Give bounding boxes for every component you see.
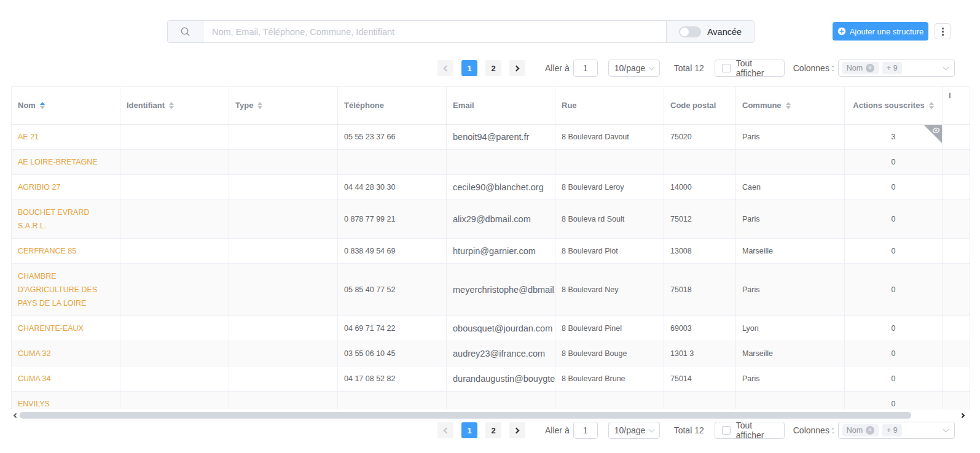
goto-page-input[interactable] (573, 422, 598, 439)
structure-name-link[interactable]: CERFRANCE 85 (18, 244, 76, 258)
cell-email: audrey23@ifrance.com (447, 341, 555, 366)
search-button[interactable] (168, 21, 203, 42)
structure-name-link[interactable]: AE 21 (18, 130, 39, 144)
structures-page: Avancée Ajouter une structure 1 2 Aller … (0, 0, 980, 453)
cell-commune: Lyon (736, 316, 845, 341)
tag-close-icon[interactable]: × (866, 426, 874, 435)
cell-partial (943, 175, 970, 199)
sort-carets[interactable] (40, 102, 45, 109)
cell-commune: Marseille (736, 341, 845, 366)
goto-label: Aller à (545, 63, 570, 73)
column-header-type[interactable]: Type (229, 87, 338, 124)
page-size-select[interactable]: 10/page (608, 60, 660, 77)
scroll-right-arrow[interactable] (960, 411, 968, 419)
cell-email: obousquet@jourdan.com (447, 316, 555, 341)
prev-page-button[interactable] (437, 422, 453, 438)
cell-type (229, 316, 338, 341)
cell-name: AE LOIRE-BRETAGNE (12, 150, 120, 174)
column-header-identifiant[interactable]: Identifiant (120, 87, 229, 124)
structure-name-link[interactable]: AGRIBIO 27 (18, 180, 60, 194)
show-all-checkbox[interactable] (722, 64, 731, 72)
page-1-button[interactable]: 1 (461, 422, 477, 438)
cell-telephone (338, 392, 447, 409)
next-page-button[interactable] (509, 60, 525, 76)
sort-desc-icon[interactable] (169, 106, 174, 109)
sort-carets[interactable] (257, 102, 262, 109)
sort-carets[interactable] (929, 102, 934, 109)
table-row: CHAMBRE D'AGRICULTURE DES PAYS DE LA LOI… (12, 264, 970, 316)
column-tag-nom: Nom × (842, 424, 879, 436)
structure-name-link[interactable]: AE LOIRE-BRETAGNE (18, 155, 98, 169)
sort-asc-icon[interactable] (786, 102, 791, 105)
sort-carets[interactable] (169, 102, 174, 109)
next-page-button[interactable] (509, 422, 525, 438)
cell-name: ENVILYS (12, 392, 120, 409)
table-row: AE LOIRE-BRETAGNE0 (12, 150, 970, 175)
sort-desc-icon[interactable] (257, 106, 262, 109)
cell-email: alix29@dbmail.com (447, 200, 555, 238)
cell-identifiant (120, 341, 229, 366)
cell-telephone: 04 44 28 30 30 (338, 175, 447, 199)
cell-identifiant (120, 239, 229, 263)
column-label: Code postal (670, 101, 716, 110)
table-row: BOUCHET EVRARD S.A.R.L.0 878 77 99 21ali… (12, 200, 970, 239)
cell-commune: Caen (736, 175, 845, 199)
sort-desc-icon[interactable] (40, 106, 45, 109)
sort-asc-icon[interactable] (257, 102, 262, 105)
switch-knob (680, 28, 689, 36)
cell-actions: 0 (845, 341, 943, 366)
search-bar: Avancée (167, 20, 755, 43)
page-2-button[interactable]: 2 (485, 422, 501, 438)
page-size-select[interactable]: 10/page (608, 422, 660, 439)
scroll-left-arrow[interactable] (12, 411, 20, 419)
sort-desc-icon[interactable] (929, 106, 934, 109)
cell-email: meyerchristophe@dbmail.com (447, 264, 555, 316)
add-structure-button[interactable]: Ajouter une structure (833, 22, 928, 41)
advanced-switch[interactable] (679, 26, 701, 37)
cell-commune (736, 392, 845, 409)
chevron-down-icon (648, 64, 654, 71)
sort-asc-icon[interactable] (169, 102, 174, 105)
cell-actions: 0 (845, 264, 943, 316)
sort-asc-icon[interactable] (929, 102, 934, 105)
structure-name-link[interactable]: ENVILYS (18, 397, 50, 409)
columns-label: Colonnes : (793, 425, 834, 435)
tag-close-icon[interactable]: × (866, 64, 874, 72)
goto-page-input[interactable] (573, 60, 598, 77)
column-header-actions[interactable]: Actions souscrites (845, 87, 943, 124)
columns-select[interactable]: Nom × + 9 (838, 422, 955, 439)
cell-type (229, 200, 338, 238)
column-label: Commune (742, 101, 782, 110)
table-row: CERFRANCE 850 838 49 54 69hturpin@garnie… (12, 239, 970, 264)
prev-page-button[interactable] (437, 60, 453, 76)
cell-code_postal (664, 392, 736, 409)
page-1-button[interactable]: 1 (461, 60, 477, 76)
sort-desc-icon[interactable] (786, 106, 791, 109)
structure-name-link[interactable]: CUMA 34 (18, 372, 51, 385)
advanced-label: Avancée (707, 27, 742, 37)
cell-rue: 8 Boulevard Leroy (555, 175, 664, 199)
structure-name-link[interactable]: CUMA 32 (18, 347, 51, 360)
cell-rue: 8 Boulevard Bouge (555, 341, 664, 366)
cell-type (229, 125, 338, 149)
chevron-right-icon (960, 412, 965, 417)
sort-asc-icon[interactable] (40, 102, 45, 105)
structure-name-link[interactable]: CHAMBRE D'AGRICULTURE DES PAYS DE LA LOI… (18, 269, 114, 310)
structure-name-link[interactable]: CHARENTE-EAUX (18, 322, 84, 335)
page-2-button[interactable]: 2 (485, 60, 501, 76)
structure-name-link[interactable]: BOUCHET EVRARD S.A.R.L. (18, 206, 114, 233)
column-header-name[interactable]: Nom (12, 87, 120, 124)
sort-carets[interactable] (786, 102, 791, 109)
goto-label: Aller à (545, 425, 570, 435)
cell-partial (943, 366, 970, 391)
columns-select[interactable]: Nom × + 9 (838, 60, 955, 77)
show-all-checkbox[interactable] (722, 426, 731, 435)
cell-commune (736, 150, 845, 174)
table-row: CUMA 3404 17 08 52 82durandaugustin@bouy… (12, 366, 970, 392)
cell-type (229, 366, 338, 391)
more-actions-button[interactable] (935, 23, 951, 39)
scrollbar-thumb[interactable] (20, 412, 911, 419)
column-header-commune[interactable]: Commune (736, 87, 845, 124)
cell-commune: Marseille (736, 239, 845, 263)
search-input[interactable] (203, 21, 666, 42)
